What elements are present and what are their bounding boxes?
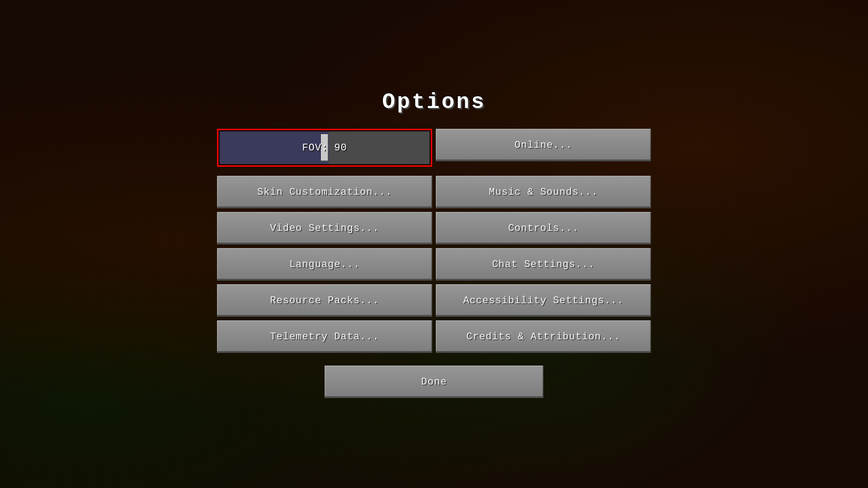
music-sounds-button[interactable]: Music & Sounds...	[436, 176, 651, 208]
fov-slider[interactable]: FOV: 90	[220, 131, 429, 164]
telemetry-data-button[interactable]: Telemetry Data...	[217, 320, 432, 353]
options-menu: Options FOV: 90 Online... Skin Customiza…	[217, 90, 651, 398]
page-title: Options	[382, 90, 486, 114]
done-button[interactable]: Done	[325, 366, 543, 398]
video-settings-button[interactable]: Video Settings...	[217, 212, 432, 244]
done-row: Done	[217, 366, 651, 398]
credits-attribution-button[interactable]: Credits & Attribution...	[436, 320, 651, 353]
fov-slider-wrapper: FOV: 90	[217, 129, 432, 167]
resource-packs-button[interactable]: Resource Packs...	[217, 284, 432, 317]
accessibility-settings-button[interactable]: Accessibility Settings...	[436, 284, 651, 317]
controls-button[interactable]: Controls...	[436, 212, 651, 244]
language-button[interactable]: Language...	[217, 248, 432, 281]
skin-customization-button[interactable]: Skin Customization...	[217, 176, 432, 208]
chat-settings-button[interactable]: Chat Settings...	[436, 248, 651, 281]
slider-handle	[321, 134, 328, 161]
online-button[interactable]: Online...	[436, 129, 651, 161]
top-row: FOV: 90 Online...	[217, 129, 651, 167]
buttons-grid: Skin Customization... Music & Sounds... …	[217, 176, 651, 353]
